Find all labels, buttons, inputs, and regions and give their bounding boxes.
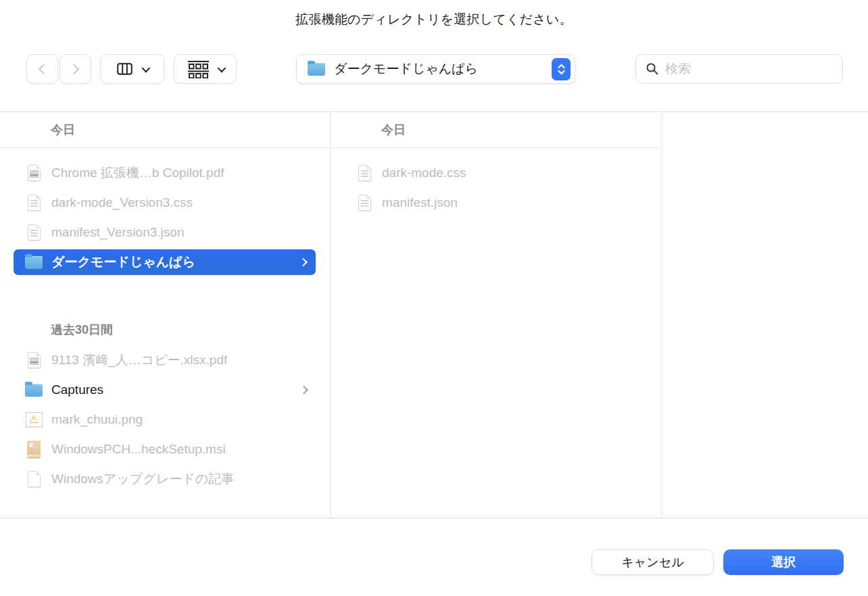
dialog-title: 拡張機能のディレクトリを選択してください。	[0, 11, 868, 28]
location-label: ダークモードじゃんぱら	[334, 60, 478, 78]
browser-column-3	[662, 112, 868, 518]
text-file-icon	[356, 164, 373, 182]
column-view-icon	[117, 63, 132, 75]
group-header-today: 今日	[331, 112, 661, 148]
chevron-right-icon	[299, 386, 308, 395]
file-row[interactable]: ARCHIVE WindowsPCH...heckSetup.msi	[0, 434, 330, 464]
group-header-today: 今日	[0, 112, 330, 148]
location-dropdown[interactable]: ダークモードじゃんぱら	[296, 54, 575, 84]
group-header-last30days: 過去30日間	[0, 314, 330, 345]
chevron-right-icon	[69, 64, 80, 74]
folder-icon	[25, 380, 43, 399]
select-button[interactable]: 選択	[723, 549, 844, 575]
installer-archive-icon: ARCHIVE	[25, 440, 43, 459]
chevron-right-icon	[299, 258, 308, 267]
browser-column-1: 今日 Chrome 拡張機…b Copilot.pdf dark-mode_Ve…	[0, 112, 331, 518]
search-input[interactable]	[665, 61, 834, 76]
folder-icon	[308, 59, 325, 78]
cancel-button[interactable]: キャンセル	[592, 549, 714, 575]
folder-row-selected[interactable]: ダークモードじゃんぱら	[14, 249, 316, 275]
view-mode-button[interactable]	[100, 54, 164, 84]
file-row[interactable]: Windowsアップグレードの記事	[0, 464, 330, 494]
pdf-file-icon	[25, 351, 43, 370]
search-field[interactable]	[635, 54, 843, 84]
back-button[interactable]	[26, 54, 58, 84]
chevron-down-icon	[217, 64, 226, 72]
text-file-icon	[25, 193, 43, 212]
warning-image-icon: ⚠	[25, 410, 43, 429]
browser-column-2: 今日 dark-mode.css manifest.json	[331, 112, 662, 518]
folder-icon	[25, 253, 43, 272]
search-icon	[646, 62, 659, 76]
file-row[interactable]: Chrome 拡張機…b Copilot.pdf	[0, 158, 330, 188]
folder-row[interactable]: Captures	[0, 375, 330, 405]
dropdown-stepper-icon	[552, 58, 571, 80]
file-row[interactable]: 9113 濱﨑_人…コピー.xlsx.pdf	[0, 345, 330, 375]
file-row[interactable]: dark-mode_Version3.css	[0, 188, 330, 218]
blank-file-icon	[25, 470, 43, 489]
file-row[interactable]: manifest.json	[331, 188, 661, 218]
group-icon	[187, 60, 210, 78]
text-file-icon	[25, 223, 43, 242]
chevron-left-icon	[39, 64, 49, 74]
file-row[interactable]: dark-mode.css	[331, 158, 661, 188]
group-by-button[interactable]	[174, 54, 237, 84]
chevron-down-icon	[141, 64, 150, 72]
file-row[interactable]: ⚠ mark_chuui.png	[0, 405, 330, 434]
forward-button[interactable]	[59, 54, 91, 84]
pdf-file-icon	[25, 164, 43, 182]
file-browser: 今日 Chrome 拡張機…b Copilot.pdf dark-mode_Ve…	[0, 111, 868, 518]
file-row[interactable]: manifest_Version3.json	[0, 218, 330, 247]
text-file-icon	[356, 193, 373, 212]
